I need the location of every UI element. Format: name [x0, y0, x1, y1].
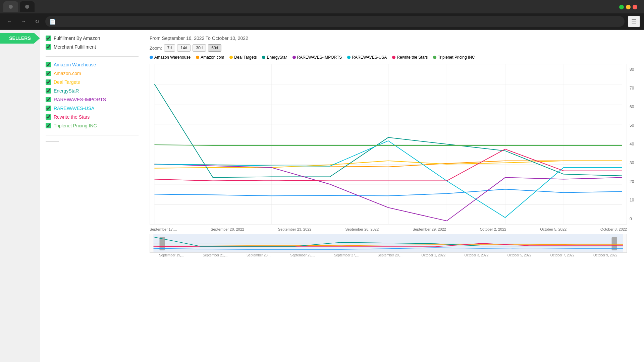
x-label-2: September 20, 2022	[211, 227, 244, 231]
traffic-light-yellow[interactable]	[626, 5, 631, 9]
collapse-handle[interactable]	[46, 141, 59, 141]
y-label-30: 30	[630, 161, 636, 165]
fulfillment-by-amazon-item: Fulfillment By Amazon	[46, 36, 139, 41]
tab-inactive[interactable]	[3, 1, 18, 12]
y-axis-labels: 80 70 60 50 40 30 20 10 0	[627, 64, 639, 225]
legend-dot-triplenet	[433, 56, 436, 59]
legend-amazon-com: Amazon.com	[196, 55, 224, 60]
legend-dot-deal-targets	[229, 56, 233, 59]
mini-label-4: September 25,...	[290, 253, 315, 257]
energystar-checkbox[interactable]	[46, 88, 51, 94]
amazon-com-label: Amazon.com	[54, 71, 81, 76]
rarewaves-usa-label: RAREWAVES-USA	[54, 106, 94, 111]
deal-targets-label: Deal Targets	[54, 79, 80, 85]
tab-close-icon[interactable]	[9, 5, 13, 9]
mini-label-10: October 7, 2022	[550, 253, 575, 257]
energystar-item: EnergyStaR	[46, 88, 139, 94]
legend-energystar: EnergyStar	[262, 55, 287, 60]
deal-targets-checkbox[interactable]	[46, 79, 51, 85]
legend-rewrite-stars: Rewrite the Stars	[392, 55, 428, 60]
fulfillment-section: Fulfillment By Amazon Merchant Fulfillme…	[46, 36, 139, 50]
main-chart-svg	[150, 64, 627, 225]
energystar-label: EnergyStaR	[54, 88, 79, 94]
zoom-60d-button[interactable]: 60d	[208, 44, 221, 52]
y-label-10: 10	[630, 198, 636, 202]
y-label-0: 0	[630, 217, 636, 221]
rarewaves-imports-item: RAREWAVES-IMPORTS	[46, 97, 139, 102]
legend-rarewaves-imports: RAREWAVES-IMPORTS	[292, 55, 342, 60]
traffic-light-red[interactable]	[633, 5, 637, 9]
legend-dot-rarewaves-imports	[292, 56, 296, 59]
refresh-button[interactable]: ↻	[32, 17, 42, 26]
legend-dot-amazon-warehouse	[150, 56, 153, 59]
x-label-6: October 2, 2022	[480, 227, 506, 231]
traffic-light-green[interactable]	[619, 5, 624, 9]
deal-targets-item: Deal Targets	[46, 79, 139, 85]
mini-label-3: September 23,...	[247, 253, 271, 257]
zoom-14d-button[interactable]: 14d	[177, 44, 191, 52]
y-label-50: 50	[630, 123, 636, 128]
tab-close-active-icon[interactable]	[25, 5, 29, 9]
mini-label-5: September 27,...	[334, 253, 359, 257]
zoom-30d-button[interactable]: 30d	[193, 44, 206, 52]
x-label-1: September 17,...	[150, 227, 177, 231]
sellers-button[interactable]: SELLERS	[0, 33, 40, 44]
rewrite-stars-label: Rewrite the Stars	[54, 114, 90, 120]
y-label-60: 60	[630, 105, 636, 109]
rarewaves-imports-checkbox[interactable]	[46, 97, 51, 102]
page-icon: 📄	[49, 18, 56, 25]
mini-label-7: October 1, 2022	[421, 253, 445, 257]
amazon-warehouse-checkbox[interactable]	[46, 62, 51, 67]
legend-label-rarewaves-imports: RAREWAVES-IMPORTS	[297, 55, 342, 60]
filter-divider-2	[46, 135, 139, 135]
zoom-7d-button[interactable]: 7d	[164, 44, 175, 52]
tab-active[interactable]	[20, 1, 35, 12]
back-button[interactable]: ←	[4, 17, 15, 26]
legend-label-triplenet: Triplenet Pricing INC	[438, 55, 475, 60]
filter-panel: Fulfillment By Amazon Merchant Fulfillme…	[40, 30, 144, 362]
filter-divider	[46, 56, 139, 57]
rewrite-stars-checkbox[interactable]	[46, 114, 51, 120]
triplenet-checkbox[interactable]	[46, 123, 51, 128]
merchant-fulfillment-label: Merchant Fulfillment	[54, 44, 96, 50]
zoom-label: Zoom:	[150, 46, 162, 51]
fulfillment-by-amazon-checkbox[interactable]	[46, 36, 51, 41]
address-bar[interactable]: 📄	[45, 16, 625, 27]
rarewaves-usa-checkbox[interactable]	[46, 106, 51, 111]
mini-label-11: October 9, 2022	[593, 253, 618, 257]
rarewaves-usa-item: RAREWAVES-USA	[46, 106, 139, 111]
amazon-warehouse-item: Amazon Warehouse	[46, 62, 139, 67]
browser-chrome: ← → ↻ 📄 ☰	[0, 0, 644, 30]
chart-container: September 17,... September 20, 2022 Sept…	[150, 64, 627, 258]
amazon-com-checkbox[interactable]	[46, 71, 51, 76]
y-label-80: 80	[630, 67, 636, 72]
merchant-fulfillment-item: Merchant Fulfillment	[46, 44, 139, 50]
amazon-warehouse-label: Amazon Warehouse	[54, 62, 96, 67]
legend-amazon-warehouse: Amazon Warehouse	[150, 55, 191, 60]
fulfillment-by-amazon-label: Fulfillment By Amazon	[54, 36, 100, 41]
triplenet-label: Triplenet Pricing INC	[54, 123, 97, 128]
forward-button[interactable]: →	[18, 17, 29, 26]
legend-rarewaves-usa: RAREWAVES-USA	[347, 55, 387, 60]
merchant-fulfillment-checkbox[interactable]	[46, 44, 51, 50]
chart-with-axis: September 17,... September 20, 2022 Sept…	[150, 64, 639, 258]
menu-button[interactable]: ☰	[628, 16, 640, 27]
legend-label-amazon-warehouse: Amazon Warehouse	[154, 55, 191, 60]
legend-dot-rarewaves-usa	[347, 56, 351, 59]
rarewaves-imports-label: RAREWAVES-IMPORTS	[54, 97, 106, 102]
legend-label-energystar: EnergyStar	[267, 55, 287, 60]
x-label-5: September 29, 2022	[413, 227, 446, 231]
mini-chart[interactable]	[150, 234, 627, 253]
sidebar: SELLERS	[0, 30, 40, 362]
triplenet-item: Triplenet Pricing INC	[46, 123, 139, 128]
chart-legend: Amazon Warehouse Amazon.com Deal Targets…	[150, 55, 639, 60]
x-label-7: October 5, 2022	[540, 227, 567, 231]
mini-label-1: September 19,...	[159, 253, 184, 257]
mini-label-6: September 29,...	[378, 253, 402, 257]
legend-dot-rewrite-stars	[392, 56, 395, 59]
y-label-70: 70	[630, 86, 636, 90]
x-label-3: September 23, 2022	[278, 227, 312, 231]
mini-x-labels: September 19,... September 21,... Septem…	[150, 253, 627, 258]
legend-label-amazon-com: Amazon.com	[201, 55, 224, 60]
mini-label-9: October 5, 2022	[507, 253, 532, 257]
